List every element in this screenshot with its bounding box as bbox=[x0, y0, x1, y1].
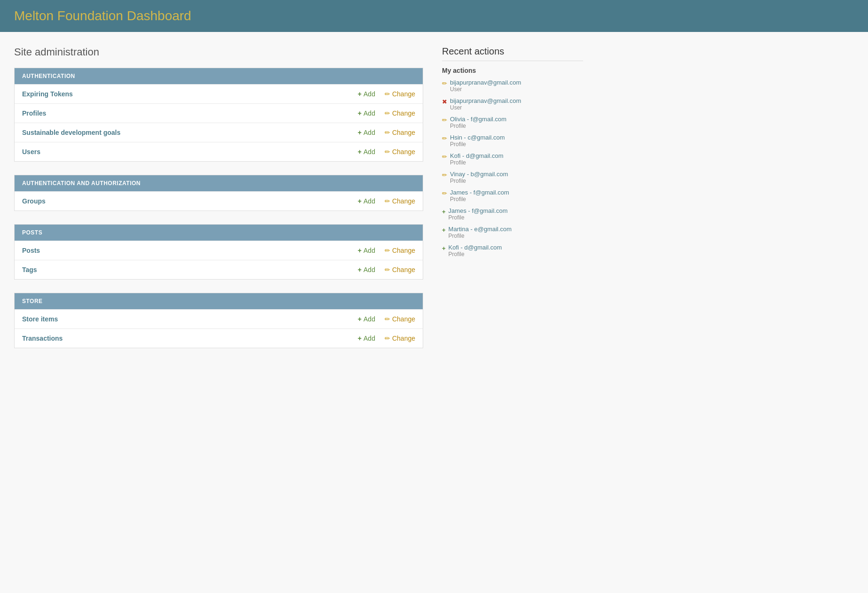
actions-list: ✏bijapurpranav@gmail.comUser✖bijapurpran… bbox=[442, 79, 583, 257]
action-link-text[interactable]: James - f@gmail.com bbox=[449, 207, 508, 214]
pencil-icon: ✏ bbox=[385, 247, 390, 254]
pencil-icon: ✏ bbox=[385, 197, 390, 205]
row-link[interactable]: Tags bbox=[22, 266, 37, 273]
change-link[interactable]: ✏ Change bbox=[385, 148, 415, 156]
plus-icon: + bbox=[358, 335, 362, 342]
action-details: James - f@gmail.comProfile bbox=[449, 207, 508, 221]
list-item: ✏Olivia - f@gmail.comProfile bbox=[442, 116, 583, 129]
change-link[interactable]: ✏ Change bbox=[385, 315, 415, 323]
change-link[interactable]: ✏ Change bbox=[385, 335, 415, 342]
edit-icon: ✏ bbox=[442, 153, 447, 160]
delete-icon: ✖ bbox=[442, 98, 447, 105]
section-header: STORE bbox=[15, 293, 423, 309]
action-link-text[interactable]: James - f@gmail.com bbox=[450, 189, 509, 196]
row-label: Groups bbox=[22, 197, 358, 205]
plus-icon: + bbox=[358, 197, 362, 205]
table-row: Store items+ Add✏ Change bbox=[15, 309, 423, 328]
change-link[interactable]: ✏ Change bbox=[385, 129, 415, 136]
add-link[interactable]: + Add bbox=[358, 315, 375, 323]
row-link[interactable]: Profiles bbox=[22, 109, 46, 117]
row-actions: + Add✏ Change bbox=[358, 315, 415, 323]
change-link[interactable]: ✏ Change bbox=[385, 266, 415, 273]
plus-icon: + bbox=[358, 266, 362, 273]
row-actions: + Add✏ Change bbox=[358, 197, 415, 205]
action-details: Kofi - d@gmail.comProfile bbox=[450, 152, 504, 166]
row-link[interactable]: Expiring Tokens bbox=[22, 90, 73, 98]
row-link[interactable]: Posts bbox=[22, 247, 40, 254]
row-actions: + Add✏ Change bbox=[358, 335, 415, 342]
action-subtitle: User bbox=[450, 86, 521, 93]
table-row: Users+ Add✏ Change bbox=[15, 142, 423, 161]
table-row: Tags+ Add✏ Change bbox=[15, 260, 423, 279]
add-link[interactable]: + Add bbox=[358, 266, 375, 273]
list-item: +Martina - e@gmail.comProfile bbox=[442, 226, 583, 239]
recent-actions-title: Recent actions bbox=[442, 46, 583, 61]
change-link[interactable]: ✏ Change bbox=[385, 90, 415, 98]
list-item: ✏Vinay - b@gmail.comProfile bbox=[442, 171, 583, 184]
row-link[interactable]: Store items bbox=[22, 315, 58, 323]
pencil-icon: ✏ bbox=[385, 90, 390, 98]
row-label: Expiring Tokens bbox=[22, 90, 358, 98]
row-label: Sustainable development goals bbox=[22, 129, 358, 136]
add-link[interactable]: + Add bbox=[358, 90, 375, 98]
action-details: Martina - e@gmail.comProfile bbox=[449, 226, 512, 239]
header: Melton Foundation Dashboard bbox=[0, 0, 868, 32]
plus-icon: + bbox=[358, 129, 362, 136]
row-label: Users bbox=[22, 148, 358, 156]
add-link[interactable]: + Add bbox=[358, 109, 375, 117]
action-link-text[interactable]: bijapurpranav@gmail.com bbox=[450, 79, 521, 86]
row-label: Transactions bbox=[22, 335, 358, 342]
action-subtitle: Profile bbox=[450, 159, 504, 166]
action-details: Olivia - f@gmail.comProfile bbox=[450, 116, 506, 129]
edit-icon: ✏ bbox=[442, 80, 447, 87]
change-link[interactable]: ✏ Change bbox=[385, 109, 415, 117]
change-link[interactable]: ✏ Change bbox=[385, 197, 415, 205]
sections-container: AUTHENTICATIONExpiring Tokens+ Add✏ Chan… bbox=[14, 68, 423, 348]
section-header: AUTHENTICATION AND AUTHORIZATION bbox=[15, 175, 423, 191]
pencil-icon: ✏ bbox=[385, 148, 390, 156]
row-link[interactable]: Users bbox=[22, 148, 40, 156]
row-label: Posts bbox=[22, 247, 358, 254]
site-title: Melton Foundation Dashboard bbox=[14, 8, 854, 23]
action-link-text[interactable]: Martina - e@gmail.com bbox=[449, 226, 512, 233]
row-actions: + Add✏ Change bbox=[358, 266, 415, 273]
pencil-icon: ✏ bbox=[385, 266, 390, 273]
add-link[interactable]: + Add bbox=[358, 335, 375, 342]
row-actions: + Add✏ Change bbox=[358, 90, 415, 98]
action-link-text[interactable]: Kofi - d@gmail.com bbox=[449, 244, 502, 251]
row-link[interactable]: Transactions bbox=[22, 335, 63, 342]
action-link-text[interactable]: Olivia - f@gmail.com bbox=[450, 116, 506, 123]
admin-section-auth-authorization: AUTHENTICATION AND AUTHORIZATIONGroups+ … bbox=[14, 175, 423, 211]
page-title: Site administration bbox=[14, 46, 423, 58]
action-details: Kofi - d@gmail.comProfile bbox=[449, 244, 502, 257]
list-item: ✏bijapurpranav@gmail.comUser bbox=[442, 79, 583, 93]
content-wrapper: Site administration AUTHENTICATIONExpiri… bbox=[0, 32, 868, 375]
action-subtitle: Profile bbox=[449, 233, 512, 239]
action-details: Vinay - b@gmail.comProfile bbox=[450, 171, 508, 184]
admin-section-posts: POSTSPosts+ Add✏ ChangeTags+ Add✏ Change bbox=[14, 224, 423, 280]
row-link[interactable]: Sustainable development goals bbox=[22, 129, 120, 136]
action-link-text[interactable]: Kofi - d@gmail.com bbox=[450, 152, 504, 159]
table-row: Expiring Tokens+ Add✏ Change bbox=[15, 84, 423, 103]
row-link[interactable]: Groups bbox=[22, 197, 46, 205]
pencil-icon: ✏ bbox=[385, 335, 390, 342]
action-link-text[interactable]: Vinay - b@gmail.com bbox=[450, 171, 508, 178]
change-link[interactable]: ✏ Change bbox=[385, 247, 415, 254]
edit-icon: ✏ bbox=[442, 135, 447, 142]
table-row: Groups+ Add✏ Change bbox=[15, 191, 423, 211]
add-link[interactable]: + Add bbox=[358, 247, 375, 254]
action-link-text[interactable]: Hsin - c@gmail.com bbox=[450, 134, 505, 141]
pencil-icon: ✏ bbox=[385, 315, 390, 323]
add-link[interactable]: + Add bbox=[358, 129, 375, 136]
add-icon: + bbox=[442, 245, 446, 252]
edit-icon: ✏ bbox=[442, 190, 447, 197]
admin-section-store: STOREStore items+ Add✏ ChangeTransaction… bbox=[14, 293, 423, 348]
list-item: ✏James - f@gmail.comProfile bbox=[442, 189, 583, 203]
action-subtitle: Profile bbox=[450, 141, 505, 148]
plus-icon: + bbox=[358, 109, 362, 117]
row-label: Tags bbox=[22, 266, 358, 273]
add-link[interactable]: + Add bbox=[358, 197, 375, 205]
add-link[interactable]: + Add bbox=[358, 148, 375, 156]
add-icon: + bbox=[442, 226, 446, 234]
action-link-text[interactable]: bijapurpranav@gmail.com bbox=[450, 97, 521, 104]
